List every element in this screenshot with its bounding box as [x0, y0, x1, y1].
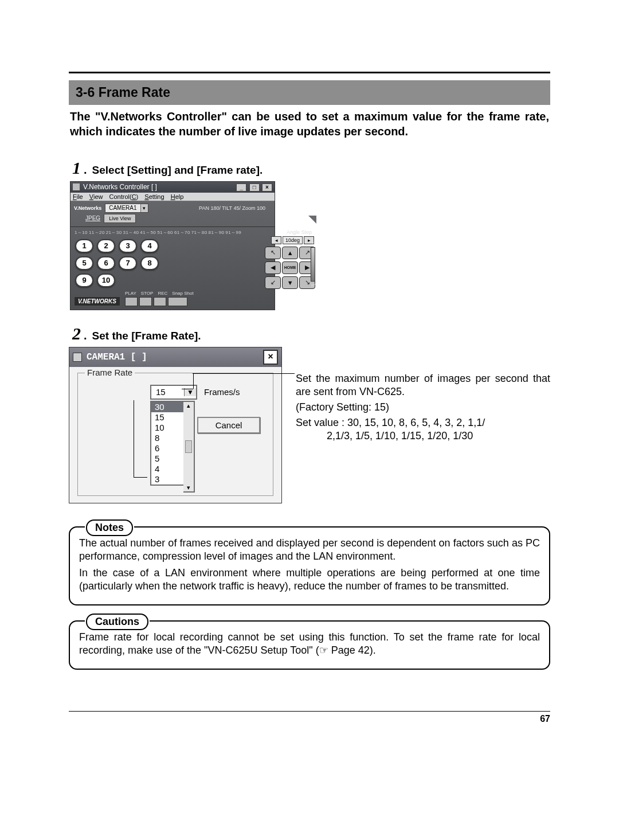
side-line-3: Set value : 30, 15, 10, 8, 6, 5, 4, 3, 2…	[296, 416, 550, 443]
angle-step-label: Angle Step	[248, 229, 314, 235]
play-button[interactable]	[125, 297, 138, 306]
frame-rate-select[interactable]: 15 ▼	[150, 385, 197, 400]
option-30[interactable]: 30	[151, 402, 185, 412]
jpeg-label: JPEG	[85, 215, 100, 221]
ptz-left[interactable]: ◀	[265, 261, 281, 274]
callout-line	[182, 389, 193, 389]
option-5[interactable]: 5	[151, 454, 185, 464]
vnetworks-logo: V.NETWORKS	[74, 296, 120, 306]
notes-box: Notes The actual number of frames receiv…	[69, 526, 550, 605]
close-icon[interactable]: ×	[263, 350, 278, 365]
position-tabs[interactable]: 1～1011～2021～3031～4041～5051～6061～7071～808…	[74, 229, 242, 236]
side-explanation: Set the maximum number of images per sec…	[296, 347, 550, 445]
label-rec: REC	[158, 291, 167, 296]
pos-button-1[interactable]: 1	[75, 239, 93, 253]
live-view-button[interactable]: Live View	[104, 214, 136, 223]
scroll-thumb[interactable]	[185, 440, 192, 453]
app-icon	[73, 183, 80, 190]
zoom-slider[interactable]	[311, 247, 315, 282]
dropdown-scrollbar[interactable]: ▴ ▾	[183, 401, 195, 493]
section-number: 3-6	[76, 85, 95, 100]
page-footer: 67	[69, 711, 550, 724]
menu-setting[interactable]: Setting	[144, 193, 164, 200]
window-title: V.Networks Controller [ ]	[83, 183, 157, 191]
maximize-button[interactable]: □	[249, 183, 260, 192]
pos-button-6[interactable]: 6	[97, 256, 115, 270]
section-title: Frame Rate	[99, 85, 170, 100]
label-play: PLAY	[125, 291, 136, 296]
cancel-button[interactable]: Cancel	[197, 417, 260, 433]
dialog-title: CAMERA1 [ ]	[87, 352, 147, 362]
close-button[interactable]: ×	[262, 183, 272, 192]
chevron-down-icon[interactable]: ▾	[140, 204, 148, 212]
pos-button-7[interactable]: 7	[119, 256, 137, 270]
scroll-down-icon[interactable]: ▾	[183, 484, 194, 491]
chevron-down-icon[interactable]: ▼	[184, 388, 196, 396]
step-1-number: 1	[72, 158, 81, 178]
callout-line	[134, 477, 147, 478]
cautions-p1: Frame rate for local recording cannot be…	[79, 631, 540, 657]
frames-per-second-label: Frames/s	[204, 387, 240, 397]
frame-rate-value: 15	[151, 387, 184, 397]
pos-button-2[interactable]: 2	[97, 239, 115, 253]
pos-button-5[interactable]: 5	[75, 256, 93, 270]
menu-control[interactable]: Control(C)	[109, 193, 139, 200]
option-6[interactable]: 6	[151, 443, 185, 454]
intro-paragraph: The "V.Networks Controller" can be used …	[70, 110, 549, 139]
step-1-text: Select [Setting] and [Frame rate].	[90, 164, 263, 177]
ptz-down-left[interactable]: ↙	[265, 276, 281, 289]
option-8[interactable]: 8	[151, 433, 185, 443]
callout-line	[193, 374, 194, 389]
menu-file[interactable]: File	[73, 193, 83, 200]
ptz-up[interactable]: ▲	[282, 247, 298, 259]
camera-select-value: CAMERA1	[105, 205, 140, 211]
pos-button-4[interactable]: 4	[140, 239, 159, 253]
notes-p2: In the case of a LAN environment where m…	[79, 566, 540, 593]
angle-step-value: 10deg	[283, 236, 303, 244]
section-heading: 3-6 Frame Rate	[69, 80, 550, 105]
zoom-t-label: T	[312, 241, 315, 246]
ptz-panel: Angle Step ◂ 10deg ▸ ↖ ▲ ↗ ◀ HOME ▶ ↙ ▼ …	[245, 227, 316, 310]
cautions-box: Cautions Frame rate for local recording …	[69, 620, 550, 670]
menu-bar[interactable]: File View Control(C) Setting Help	[70, 193, 275, 201]
ptz-down[interactable]: ▼	[282, 276, 298, 289]
callout-line	[193, 373, 295, 374]
ptz-up-left[interactable]: ↖	[265, 247, 281, 259]
pos-button-9[interactable]: 9	[75, 274, 93, 287]
minimize-button[interactable]: _	[236, 183, 246, 192]
cautions-label: Cautions	[86, 614, 148, 630]
step-1: 1. Select [Setting] and [Frame rate].	[72, 158, 550, 178]
position-panel: 1～1011～2021～3031～4041～5051～6061～7071～808…	[70, 227, 245, 310]
pos-button-3[interactable]: 3	[119, 239, 137, 253]
step-2-number: 2	[72, 324, 81, 343]
page-number: 67	[540, 714, 550, 724]
stop-button[interactable]	[139, 297, 152, 306]
resize-grip-icon[interactable]	[308, 216, 316, 224]
step-2: 2. Set the [Frame Rate].	[72, 324, 550, 343]
vnetworks-label: V.Networks	[74, 205, 101, 211]
menu-view[interactable]: View	[89, 193, 103, 200]
pos-button-8[interactable]: 8	[140, 256, 159, 270]
frame-rate-dialog: CAMERA1 [ ] × Frame Rate 15 ▼ Frames/s	[69, 347, 282, 503]
snapshot-button[interactable]	[168, 297, 187, 306]
ptz-home-button[interactable]: HOME	[282, 261, 298, 274]
option-10[interactable]: 10	[151, 423, 185, 433]
zoom-w-label: W	[311, 283, 315, 288]
notes-p1: The actual number of frames received and…	[79, 537, 540, 563]
window-titlebar[interactable]: V.Networks Controller [ ] _ □ ×	[70, 182, 275, 193]
frame-rate-fieldset: Frame Rate 15 ▼ Frames/s 30 15 10	[77, 373, 273, 496]
angle-step-prev[interactable]: ◂	[271, 236, 281, 244]
frame-rate-dropdown-list[interactable]: 30 15 10 8 6 5 4 3	[150, 401, 186, 486]
option-15[interactable]: 15	[151, 412, 185, 423]
label-stop: STOP	[141, 291, 154, 296]
scroll-up-icon[interactable]: ▴	[183, 402, 194, 409]
pos-button-10[interactable]: 10	[97, 274, 115, 287]
rec-button[interactable]	[154, 297, 166, 306]
dialog-titlebar[interactable]: CAMERA1 [ ] ×	[69, 347, 281, 367]
camera-select[interactable]: CAMERA1 ▾	[105, 204, 148, 213]
fieldset-legend: Frame Rate	[85, 368, 135, 377]
menu-help[interactable]: Help	[171, 193, 184, 200]
option-3[interactable]: 3	[151, 474, 185, 485]
app-icon	[73, 353, 82, 362]
option-4[interactable]: 4	[151, 464, 185, 474]
